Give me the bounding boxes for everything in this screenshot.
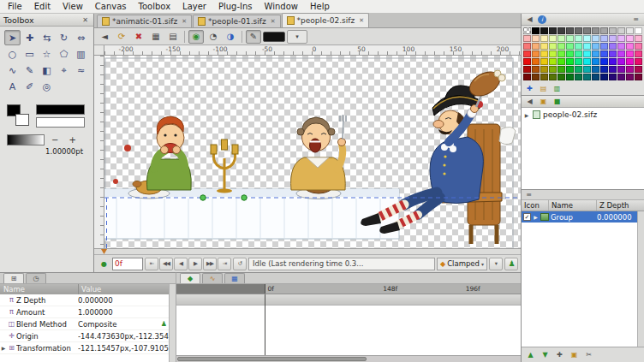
color-swatch[interactable] — [592, 74, 599, 80]
canvas-menu-button[interactable]: ◄ — [97, 30, 112, 44]
canvas-timebar[interactable] — [94, 248, 521, 254]
color-swatch[interactable] — [617, 43, 625, 50]
timetrack-scrollbar[interactable] — [176, 355, 521, 362]
param-row[interactable]: ▶⊞Transformation-121.15457px,-107.9105 — [0, 342, 169, 354]
color-swatch[interactable] — [592, 43, 599, 50]
color-swatch[interactable] — [592, 27, 599, 34]
draw-tool[interactable]: ✎ — [21, 62, 38, 78]
color-swatch[interactable] — [600, 58, 608, 65]
menu-plugins[interactable]: Plug-Ins — [212, 1, 259, 12]
polygon-tool[interactable]: ⬠ — [56, 46, 72, 62]
color-swatch[interactable] — [532, 35, 540, 42]
tab-keyframes[interactable]: ◷ — [26, 273, 46, 283]
color-swatch[interactable] — [575, 66, 582, 73]
color-swatch[interactable] — [523, 35, 531, 42]
color-swatch[interactable] — [575, 50, 582, 57]
color-swatch[interactable] — [566, 43, 574, 50]
tab-animatic01sifz[interactable]: *animatic-01.sifz✕ — [97, 15, 192, 27]
canvas-viewport[interactable] — [104, 56, 521, 248]
decrease-width-button[interactable]: − — [51, 135, 58, 145]
tab-timetrack[interactable]: ◆ — [180, 273, 200, 283]
color-swatch[interactable] — [566, 74, 574, 80]
color-swatch[interactable] — [583, 35, 591, 42]
color-swatch[interactable] — [609, 27, 617, 34]
seek-prev-frame-button[interactable]: ◀ — [174, 258, 188, 270]
color-swatch[interactable] — [635, 50, 642, 57]
param-row[interactable]: ◫Blend MethodComposite♟ — [0, 318, 169, 330]
close-tab-icon[interactable]: ✕ — [357, 17, 364, 24]
animate-mode-button[interactable]: ♟ — [504, 258, 518, 270]
toggle-grid-button[interactable]: ▦ — [148, 30, 164, 44]
past-frames-button[interactable]: ◔ — [206, 30, 221, 44]
color-swatch[interactable] — [575, 74, 582, 80]
menu-window[interactable]: Window — [259, 1, 304, 12]
color-swatch[interactable] — [540, 74, 548, 80]
color-swatch[interactable] — [592, 50, 599, 57]
color-swatch[interactable] — [609, 50, 617, 57]
seek-next-keyframe-button[interactable]: ▶▶ — [203, 258, 217, 270]
color-swatch[interactable] — [558, 50, 565, 57]
vertex-handle[interactable] — [200, 195, 206, 200]
color-swatch[interactable] — [558, 66, 565, 73]
color-swatch[interactable] — [592, 35, 599, 42]
color-swatch[interactable] — [575, 58, 582, 65]
color-swatch[interactable] — [523, 74, 531, 80]
info-icon[interactable]: i — [538, 15, 546, 24]
color-swatch[interactable] — [592, 58, 599, 65]
seek-prev-keyframe-button[interactable]: ◀◀ — [159, 258, 173, 270]
toggle-guides-button[interactable]: ▤ — [165, 30, 181, 44]
time-field[interactable] — [112, 258, 143, 270]
smooth-move-tool[interactable]: ✚ — [21, 30, 38, 45]
color-swatch[interactable] — [532, 27, 540, 34]
interpolation-dropdown[interactable]: ◆ Clamped ▾ — [437, 258, 487, 270]
color-swatch[interactable] — [532, 66, 540, 73]
save-palette-button[interactable]: ▥ — [552, 84, 563, 94]
color-swatch[interactable] — [540, 66, 548, 73]
onion-skin-button[interactable]: ◉ — [188, 30, 204, 44]
color-swatch[interactable] — [558, 74, 565, 80]
color-swatch[interactable] — [532, 50, 540, 57]
color-swatch[interactable] — [583, 58, 591, 65]
rectangle-tool[interactable]: ▭ — [21, 46, 38, 62]
sketch-tool[interactable]: ✐ — [21, 79, 38, 94]
expander-icon[interactable]: ▶ — [533, 214, 539, 220]
fill-color-swatch[interactable] — [15, 114, 29, 126]
lower-layer-button[interactable]: ▼ — [540, 350, 551, 360]
color-swatch[interactable] — [600, 74, 608, 80]
width-tool[interactable]: ≈ — [73, 62, 89, 78]
color-swatch[interactable] — [626, 66, 634, 73]
outline-color-display[interactable] — [36, 104, 85, 115]
color-swatch[interactable] — [566, 35, 574, 42]
color-swatch[interactable] — [617, 35, 625, 42]
menu-canvas[interactable]: Canvas — [89, 1, 133, 12]
color-swatch[interactable] — [549, 50, 557, 57]
color-swatch[interactable] — [549, 35, 557, 42]
color-swatch[interactable] — [523, 27, 531, 34]
eyedrop-tool[interactable]: ⌖ — [56, 62, 72, 78]
panel-menu-icon[interactable]: ≡ — [630, 15, 641, 25]
color-swatch[interactable] — [566, 58, 574, 65]
color-swatch[interactable] — [626, 43, 634, 50]
raise-layer-button[interactable]: ▲ — [525, 350, 536, 360]
chevron-left-icon[interactable]: ◀ — [524, 97, 535, 107]
seek-end-button[interactable]: ⇥ — [218, 258, 231, 270]
color-swatch[interactable] — [575, 35, 582, 42]
color-swatch[interactable] — [617, 50, 625, 57]
zoom-tool[interactable]: ◎ — [39, 79, 55, 94]
expander-icon[interactable]: ▶ — [0, 345, 7, 351]
color-swatch[interactable] — [592, 66, 599, 73]
tab-children[interactable]: ▦ — [224, 273, 245, 283]
secondary-dropdown[interactable]: ▾ — [489, 258, 503, 270]
color-swatch[interactable] — [609, 74, 617, 80]
menu-layer[interactable]: Layer — [176, 1, 212, 12]
color-swatch[interactable] — [549, 58, 557, 65]
color-swatch[interactable] — [532, 58, 540, 65]
scale-tool[interactable]: ⇔ — [73, 30, 89, 45]
color-swatch[interactable] — [575, 43, 582, 50]
layers-scrollbar[interactable] — [637, 211, 644, 347]
close-tab-icon[interactable]: ✕ — [269, 18, 276, 25]
color-swatch[interactable] — [566, 66, 574, 73]
color-swatch[interactable] — [635, 58, 642, 65]
color-swatch[interactable] — [540, 43, 548, 50]
color-swatch[interactable] — [583, 27, 591, 34]
